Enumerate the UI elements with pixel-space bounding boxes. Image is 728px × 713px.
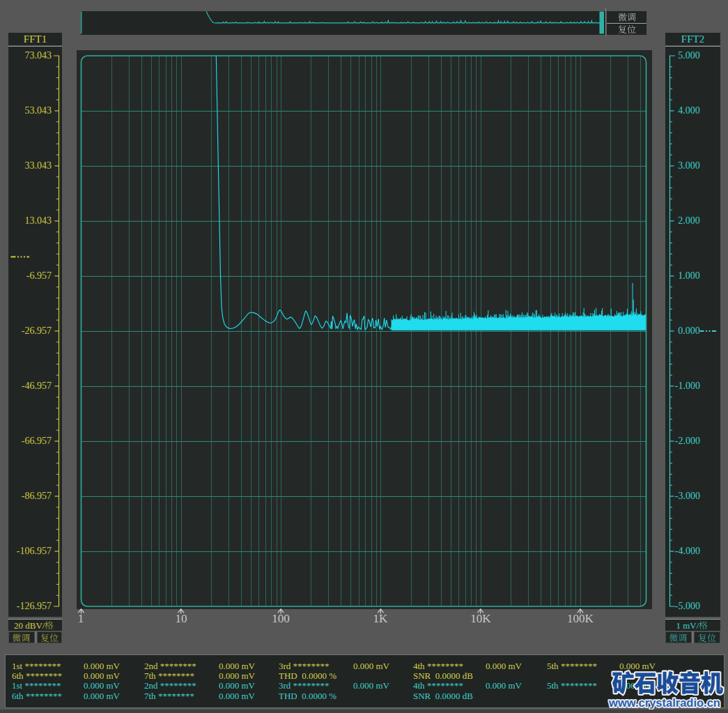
svg-text:20 dBV/: 20 dBV/ [14, 620, 45, 631]
svg-text:1 mV/: 1 mV/ [676, 620, 699, 631]
